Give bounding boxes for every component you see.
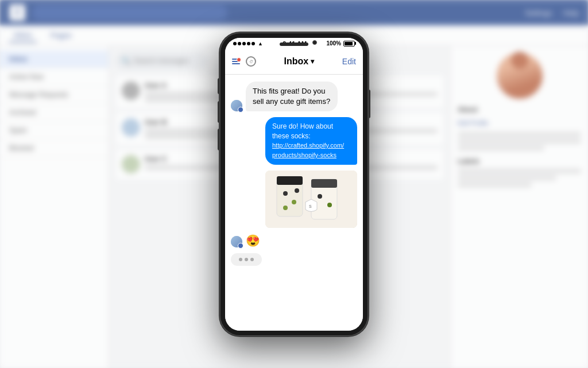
battery-icon (343, 41, 355, 47)
messenger-badge (238, 107, 243, 113)
signal-dot-1 (233, 42, 237, 45)
notification-badge (237, 57, 241, 62)
clock-symbol: ⏱ (249, 60, 253, 64)
sender-avatar-1 (231, 100, 242, 111)
typing-dot-2 (245, 258, 248, 261)
phone-power-button (369, 90, 370, 118)
svg-point-9 (318, 194, 322, 199)
inbox-chevron: ▾ (311, 57, 314, 65)
header-left-icons: ⏱ (232, 56, 256, 67)
typing-dot-1 (239, 258, 242, 261)
messages-area: This fits great! Do you sell any cute gi… (225, 75, 363, 331)
messenger-header: ⏱ Inbox ▾ Edit (225, 49, 363, 75)
phone-mute-button (218, 78, 219, 94)
messenger-badge-2 (238, 243, 243, 249)
battery-percent: 100% (326, 40, 341, 47)
svg-point-3 (283, 191, 288, 196)
phone-speaker (280, 42, 308, 46)
signal-dot-4 (247, 42, 250, 45)
phone-volume-down-button (218, 129, 219, 150)
battery-tip (355, 42, 356, 45)
emoji-message: 😍 (246, 234, 260, 247)
messages-icon-wrap[interactable] (232, 59, 240, 64)
signal-dot-5 (252, 42, 255, 45)
phone-volume-up-button (218, 101, 219, 123)
phone-device: ▲ 9:41 AM 100% (219, 32, 369, 336)
signal-dot-3 (242, 42, 246, 45)
svg-rect-2 (277, 176, 303, 185)
sent-bubble-1: Sure do! How about these socks: http://c… (265, 117, 357, 165)
edit-button[interactable]: Edit (342, 57, 356, 66)
signal-dot-2 (238, 42, 241, 45)
menu-line-3 (232, 63, 240, 64)
wifi-icon: ▲ (258, 41, 263, 47)
svg-rect-8 (311, 179, 337, 188)
status-battery-area: 100% (326, 40, 355, 47)
battery-fill (345, 42, 353, 45)
message-row-emoji: 😍 (231, 234, 357, 247)
message-row-received-1: This fits great! Do you sell any cute gi… (231, 82, 357, 111)
typing-dot-3 (250, 258, 254, 261)
phone-wrapper: ▲ 9:41 AM 100% (219, 32, 369, 336)
status-signal: ▲ (233, 41, 263, 47)
clock-icon[interactable]: ⏱ (246, 56, 256, 67)
received-bubble-1: This fits great! Do you sell any cute gi… (246, 82, 338, 111)
signal-dots (233, 42, 255, 45)
sender-avatar-2 (231, 236, 242, 247)
inbox-label: Inbox (284, 56, 309, 67)
svg-point-10 (327, 203, 332, 207)
socks-svg: S (265, 171, 357, 228)
svg-point-6 (295, 188, 299, 193)
message-row-sent-1: Sure do! How about these socks: http://c… (231, 117, 357, 228)
phone-camera (312, 40, 317, 45)
svg-point-4 (292, 200, 296, 204)
typing-bubble (231, 253, 262, 266)
typing-indicator-row (231, 253, 357, 266)
phone-screen: ▲ 9:41 AM 100% (225, 38, 363, 331)
svg-text:S: S (309, 204, 312, 208)
product-image: S (265, 171, 357, 228)
svg-point-5 (283, 206, 288, 210)
inbox-title[interactable]: Inbox ▾ (284, 56, 315, 67)
